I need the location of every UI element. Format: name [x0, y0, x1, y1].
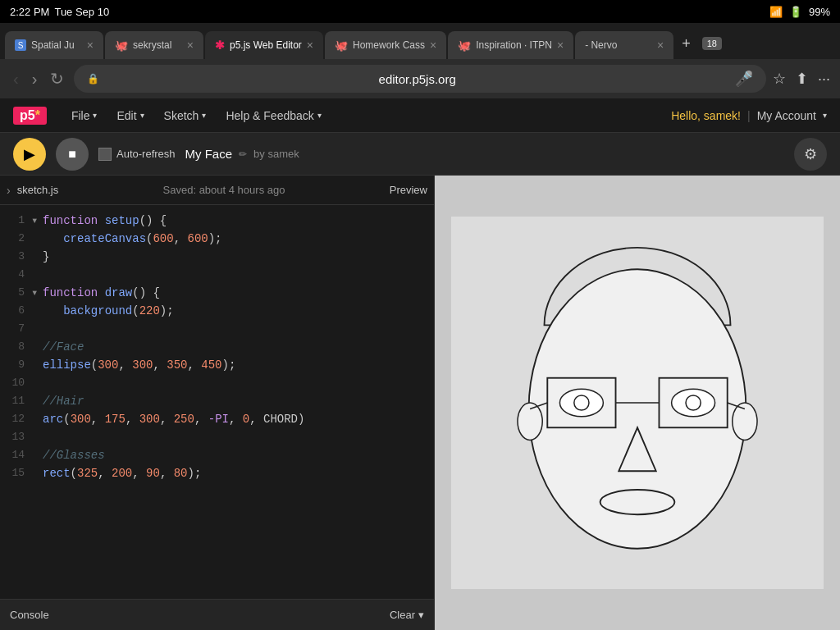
status-time: 2:22 PM: [10, 6, 49, 18]
tab-icon-p5: ✱: [215, 39, 225, 52]
line-num-11: 11: [0, 392, 31, 410]
line-num-6: 6: [0, 302, 31, 320]
tab-inspiration[interactable]: 🐙 Inspiration · ITPN ×: [448, 31, 573, 59]
code-text-15: rect(325, 200, 90, 80);: [43, 464, 201, 482]
line-num-7: 7: [0, 320, 31, 338]
share-icon[interactable]: ⬆: [796, 70, 808, 88]
line-toggle-3: [31, 248, 43, 266]
line-num-15: 15: [0, 464, 31, 482]
line-num-14: 14: [0, 446, 31, 464]
code-editor[interactable]: 1 ▾ function setup() { 2 createCanvas(60…: [0, 205, 434, 599]
line-toggle-15: [31, 464, 43, 482]
tab-close-p5[interactable]: ×: [307, 39, 313, 51]
browser-chrome: S Spatial Ju × 🐙 sekrystal × ✱ p5.js Web…: [0, 23, 840, 98]
preview-label: Preview: [390, 184, 427, 196]
code-line-10: 10: [0, 374, 434, 392]
menu-sketch[interactable]: Sketch ▾: [156, 106, 215, 126]
tab-close-homework[interactable]: ×: [430, 39, 436, 51]
menu-file-arrow: ▾: [93, 111, 97, 120]
line-toggle-1[interactable]: ▾: [31, 212, 43, 230]
sketch-edit-icon[interactable]: ✏: [239, 148, 247, 160]
code-text-13: [43, 428, 49, 446]
tab-close-sekrystal[interactable]: ×: [187, 39, 194, 51]
menu-help[interactable]: Help & Feedback ▾: [217, 106, 329, 126]
p5-logo: p5*: [13, 107, 47, 125]
menu-help-label: Help & Feedback: [226, 109, 313, 122]
editor-area: › sketch.js Saved: about 4 hours ago Pre…: [0, 176, 840, 630]
status-left: 2:22 PM Tue Sep 10: [10, 6, 109, 18]
stop-button[interactable]: ■: [56, 138, 89, 171]
tab-nervo[interactable]: - Nervo ×: [575, 31, 673, 59]
tab-close-inspiration[interactable]: ×: [557, 39, 564, 51]
menu-sketch-arrow: ▾: [202, 111, 206, 120]
code-line-11: 11 //Hair: [0, 392, 434, 410]
console-label: Console: [10, 609, 383, 621]
line-num-5: 5: [0, 284, 31, 302]
reload-button[interactable]: ↻: [47, 67, 67, 90]
code-text-1: function setup() {: [43, 212, 167, 230]
play-button[interactable]: ▶: [13, 138, 46, 171]
new-tab-button[interactable]: +: [675, 32, 697, 56]
tab-homework[interactable]: 🐙 Homework Cass ×: [325, 31, 446, 59]
code-line-2: 2 createCanvas(600, 600);: [0, 230, 434, 248]
clear-button[interactable]: Clear ▾: [390, 609, 424, 621]
line-num-4: 4: [0, 266, 31, 284]
line-toggle-12: [31, 410, 43, 428]
p5-app: p5* File ▾ Edit ▾ Sketch ▾ Help & Feedba…: [0, 98, 840, 630]
line-toggle-14: [31, 446, 43, 464]
line-toggle-5[interactable]: ▾: [31, 284, 43, 302]
tab-label-nervo: - Nervo: [585, 39, 652, 51]
tab-icon-sekrystal: 🐙: [115, 39, 128, 52]
line-toggle-7: [31, 320, 43, 338]
line-toggle-4: [31, 266, 43, 284]
code-text-2: createCanvas(600, 600);: [43, 230, 222, 248]
code-text-4: [43, 266, 49, 284]
tab-label-inspiration: Inspiration · ITPN: [476, 39, 552, 51]
tab-spatial[interactable]: S Spatial Ju ×: [5, 31, 103, 59]
forward-button[interactable]: ›: [29, 67, 41, 90]
code-line-13: 13: [0, 428, 434, 446]
url-bar[interactable]: 🔒 editor.p5js.org 🎤: [74, 65, 766, 93]
wifi-icon: 📶: [769, 6, 783, 18]
menu-edit[interactable]: Edit ▾: [108, 106, 152, 126]
status-right: 📶 🔋 99%: [769, 6, 830, 18]
line-num-9: 9: [0, 356, 31, 374]
code-line-8: 8 //Face: [0, 338, 434, 356]
tab-p5editor[interactable]: ✱ p5.js Web Editor ×: [205, 31, 323, 59]
more-icon[interactable]: ···: [818, 71, 830, 88]
tab-sekrystal[interactable]: 🐙 sekrystal ×: [105, 31, 203, 59]
menu-file[interactable]: File ▾: [63, 106, 106, 126]
my-account-link[interactable]: My Account: [757, 109, 816, 122]
line-toggle-8: [31, 338, 43, 356]
bookmark-icon[interactable]: ☆: [773, 70, 786, 88]
menu-edit-label: Edit: [116, 109, 136, 122]
line-toggle-10: [31, 374, 43, 392]
code-line-14: 14 //Glasses: [0, 446, 434, 464]
p5-user-greeting: Hello, samek!: [671, 109, 741, 122]
code-line-5: 5 ▾ function draw() {: [0, 284, 434, 302]
menu-edit-arrow: ▾: [140, 111, 144, 120]
back-button[interactable]: ‹: [10, 67, 22, 90]
console-bar: Console Clear ▾: [0, 599, 434, 630]
line-toggle-6: [31, 302, 43, 320]
auto-refresh-checkbox[interactable]: [98, 148, 112, 161]
p5-menubar: p5* File ▾ Edit ▾ Sketch ▾ Help & Feedba…: [0, 98, 840, 133]
code-line-15: 15 rect(325, 200, 90, 80);: [0, 464, 434, 482]
code-line-6: 6 background(220);: [0, 302, 434, 320]
tab-close-nervo[interactable]: ×: [657, 39, 664, 51]
expand-icon[interactable]: ›: [7, 184, 11, 197]
sketch-by: by samek: [253, 148, 299, 160]
tab-close-spatial[interactable]: ×: [87, 39, 94, 51]
tab-icon-inspiration: 🐙: [458, 39, 471, 52]
clear-label: Clear: [390, 609, 415, 621]
settings-button[interactable]: ⚙: [794, 138, 827, 171]
status-date: Tue Sep 10: [54, 6, 109, 18]
file-tab-label: sketch.js: [17, 184, 59, 196]
mic-icon[interactable]: 🎤: [735, 70, 753, 88]
my-account-arrow: ▾: [823, 111, 827, 120]
preview-panel: [435, 176, 840, 630]
code-line-1: 1 ▾ function setup() {: [0, 212, 434, 230]
file-tabs: › sketch.js Saved: about 4 hours ago Pre…: [0, 176, 434, 205]
clear-arrow: ▾: [418, 609, 424, 621]
menu-file-label: File: [71, 109, 90, 122]
